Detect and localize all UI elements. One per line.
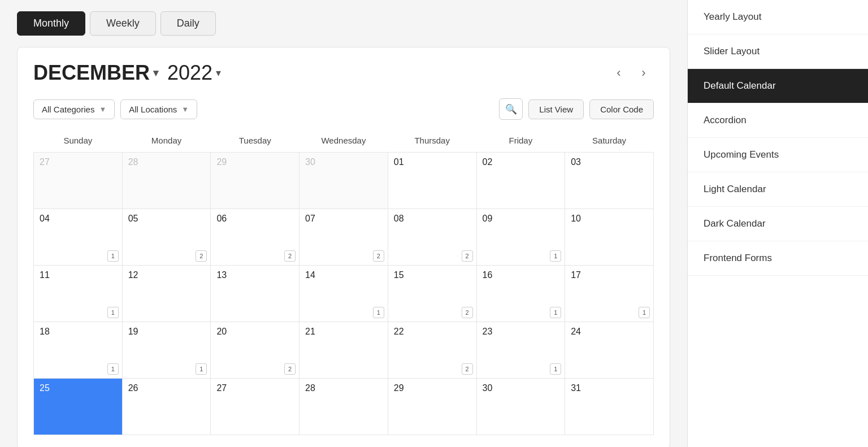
day-number: 04 xyxy=(40,214,50,223)
weekday-sunday: Sunday xyxy=(34,131,123,153)
event-badge: 2 xyxy=(196,250,207,262)
day-number: 13 xyxy=(216,270,227,280)
calendar-cell[interactable]: 24 xyxy=(565,322,654,379)
list-view-button[interactable]: List View xyxy=(528,99,584,119)
sidebar-item-slider-layout[interactable]: Slider Layout xyxy=(688,34,868,69)
calendar-cell[interactable]: 10 xyxy=(565,209,654,266)
event-badge: 1 xyxy=(373,307,384,318)
locations-arrow: ▼ xyxy=(181,105,189,114)
month-selector[interactable]: DECEMBER ▾ xyxy=(33,61,158,85)
sidebar-item-dark-calendar[interactable]: Dark Calendar xyxy=(688,207,868,241)
year-selector[interactable]: 2022 ▾ xyxy=(167,61,221,85)
day-number: 12 xyxy=(128,270,138,280)
calendar-cell[interactable]: 181 xyxy=(34,322,123,379)
day-number: 06 xyxy=(216,214,227,223)
calendar-cell[interactable]: 01 xyxy=(388,153,476,209)
day-number: 27 xyxy=(216,383,227,393)
main-content: Monthly Weekly Daily DECEMBER ▾ 2022 ▾ ‹… xyxy=(0,0,687,447)
calendar-cell[interactable]: 31 xyxy=(565,379,654,435)
sidebar-item-accordion[interactable]: Accordion xyxy=(688,103,868,138)
day-number: 25 xyxy=(40,383,50,393)
calendar-cell[interactable]: 29 xyxy=(211,153,300,209)
calendar-cell[interactable]: 02 xyxy=(476,153,565,209)
day-number: 16 xyxy=(483,270,493,280)
calendar-cell[interactable]: 27 xyxy=(34,153,123,209)
day-number: 21 xyxy=(305,327,315,336)
calendar-cell[interactable]: 041 xyxy=(34,209,123,266)
day-number: 14 xyxy=(305,270,315,280)
event-badge: 1 xyxy=(639,307,650,318)
calendar-cell[interactable]: 222 xyxy=(388,322,476,379)
day-number: 23 xyxy=(483,327,493,336)
calendar-header: DECEMBER ▾ 2022 ▾ ‹ › xyxy=(33,61,654,85)
calendar-cell[interactable]: 171 xyxy=(565,266,654,322)
locations-filter[interactable]: All Locations ▼ xyxy=(120,99,197,119)
calendar-cell[interactable]: 28 xyxy=(122,153,211,209)
year-dropdown-arrow: ▾ xyxy=(216,67,221,79)
calendar-cell[interactable]: 072 xyxy=(300,209,388,266)
day-number: 30 xyxy=(483,383,493,393)
day-number: 28 xyxy=(128,157,138,167)
day-number: 28 xyxy=(305,383,315,393)
prev-month-button[interactable]: ‹ xyxy=(609,63,629,83)
calendar-cell[interactable]: 28 xyxy=(300,379,388,435)
weekday-thursday: Thursday xyxy=(388,131,476,153)
locations-label: All Locations xyxy=(129,105,177,114)
calendar-cell[interactable]: 091 xyxy=(476,209,565,266)
event-badge: 1 xyxy=(550,307,561,318)
categories-label: All Categories xyxy=(42,105,94,114)
day-number: 29 xyxy=(394,383,404,393)
sidebar-item-frontend-forms[interactable]: Frontend Forms xyxy=(688,241,868,276)
day-number: 29 xyxy=(216,157,227,167)
calendar-cell[interactable]: 29 xyxy=(388,379,476,435)
week-row-3: 1811912022122223124 xyxy=(34,322,654,379)
event-badge: 2 xyxy=(462,363,473,375)
day-number: 02 xyxy=(483,157,493,167)
next-month-button[interactable]: › xyxy=(633,63,654,83)
sidebar-item-light-calendar[interactable]: Light Calendar xyxy=(688,172,868,207)
event-badge: 2 xyxy=(462,307,473,318)
weekly-btn[interactable]: Weekly xyxy=(90,11,156,36)
day-number: 19 xyxy=(128,327,138,336)
calendar-cell[interactable]: 141 xyxy=(300,266,388,322)
filter-bar: All Categories ▼ All Locations ▼ 🔍 List … xyxy=(33,98,654,120)
calendar-cell[interactable]: 26 xyxy=(122,379,211,435)
calendar-cell[interactable]: 202 xyxy=(211,322,300,379)
calendar-cell[interactable]: 30 xyxy=(476,379,565,435)
month-label: DECEMBER xyxy=(33,61,150,85)
sidebar-item-yearly-layout[interactable]: Yearly Layout xyxy=(688,0,868,34)
weekday-wednesday: Wednesday xyxy=(300,131,388,153)
event-badge: 1 xyxy=(550,363,561,375)
categories-filter[interactable]: All Categories ▼ xyxy=(33,99,115,119)
calendar-cell[interactable]: 152 xyxy=(388,266,476,322)
daily-btn[interactable]: Daily xyxy=(160,11,216,36)
calendar-cell[interactable]: 25 xyxy=(34,379,123,435)
calendar-cell[interactable]: 27 xyxy=(211,379,300,435)
sidebar-item-default-calendar[interactable]: Default Calendar xyxy=(688,69,868,103)
day-number: 20 xyxy=(216,327,227,336)
monthly-btn[interactable]: Monthly xyxy=(17,11,85,36)
calendar-cell[interactable]: 191 xyxy=(122,322,211,379)
calendar-cell[interactable]: 13 xyxy=(211,266,300,322)
calendar-cell[interactable]: 111 xyxy=(34,266,123,322)
event-badge: 1 xyxy=(550,250,561,262)
calendar-cell[interactable]: 062 xyxy=(211,209,300,266)
calendar-cell[interactable]: 12 xyxy=(122,266,211,322)
calendar-cell[interactable]: 231 xyxy=(476,322,565,379)
search-button[interactable]: 🔍 xyxy=(499,98,523,120)
calendar-cell[interactable]: 30 xyxy=(300,153,388,209)
calendar-cell[interactable]: 03 xyxy=(565,153,654,209)
calendar-cell[interactable]: 082 xyxy=(388,209,476,266)
search-icon: 🔍 xyxy=(505,103,517,115)
day-number: 05 xyxy=(128,214,138,223)
month-dropdown-arrow: ▾ xyxy=(153,67,158,79)
weekday-tuesday: Tuesday xyxy=(211,131,300,153)
color-code-button[interactable]: Color Code xyxy=(589,99,654,119)
day-number: 11 xyxy=(40,270,50,280)
calendar-cell[interactable]: 052 xyxy=(122,209,211,266)
calendar-cell[interactable]: 161 xyxy=(476,266,565,322)
day-number: 08 xyxy=(394,214,404,223)
sidebar-item-upcoming-events[interactable]: Upcoming Events xyxy=(688,138,868,172)
calendar-cell[interactable]: 21 xyxy=(300,322,388,379)
day-number: 31 xyxy=(571,383,581,393)
